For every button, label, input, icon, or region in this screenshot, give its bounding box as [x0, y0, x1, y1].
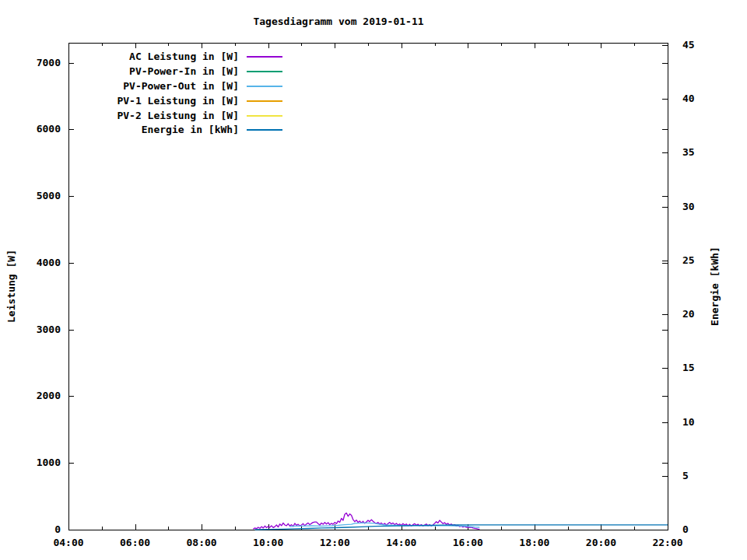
- tagesdiagramm-chart: 04:0006:0008:0010:0012:0014:0016:0018:00…: [0, 0, 747, 560]
- y-tick-label: 2000: [37, 390, 61, 401]
- x-tick-label: 18:00: [519, 537, 549, 548]
- y2-tick-label: 45: [682, 39, 695, 51]
- y2-tick-label: 40: [682, 93, 695, 104]
- x-tick-label: 10:00: [253, 537, 283, 548]
- x-tick-label: 16:00: [453, 537, 483, 548]
- legend-label: PV-Power-Out in [W]: [123, 80, 239, 92]
- y-tick-label: 1000: [37, 457, 61, 468]
- x-tick-label: 22:00: [652, 537, 682, 548]
- y2-tick-label: 10: [682, 416, 695, 428]
- y2-tick-label: 25: [682, 254, 695, 266]
- y-tick-label: 6000: [37, 123, 61, 135]
- y-tick-label: 5000: [37, 190, 61, 201]
- x-tick-label: 04:00: [53, 537, 83, 548]
- y-tick-label: 0: [54, 523, 61, 535]
- x-tick-label: 12:00: [320, 537, 350, 548]
- legend-label: AC Leistung in [W]: [129, 51, 239, 62]
- y2-tick-label: 30: [682, 201, 695, 212]
- legend-label: PV-2 Leistung in [W]: [117, 110, 239, 121]
- gnuplot-canvas: { "chart_data": { "type": "line", "title…: [0, 0, 747, 560]
- y2-tick-label: 0: [682, 523, 689, 535]
- y-tick-label: 4000: [37, 257, 61, 268]
- y-tick-label: 3000: [37, 324, 61, 335]
- y2-tick-label: 20: [682, 308, 695, 320]
- x-tick-label: 14:00: [386, 537, 416, 548]
- y2-tick-label: 5: [682, 470, 689, 481]
- x-tick-label: 08:00: [187, 537, 217, 548]
- x-tick-label: 20:00: [586, 537, 616, 548]
- y-tick-label: 7000: [37, 57, 61, 68]
- legend-label: Energie in [kWh]: [142, 124, 239, 135]
- legend-label: PV-1 Leistung in [W]: [117, 95, 239, 107]
- y2-tick-label: 15: [682, 362, 695, 373]
- y2-tick-label: 35: [682, 146, 695, 158]
- x-tick-label: 06:00: [120, 537, 150, 548]
- legend-label: PV-Power-In in [W]: [129, 65, 239, 77]
